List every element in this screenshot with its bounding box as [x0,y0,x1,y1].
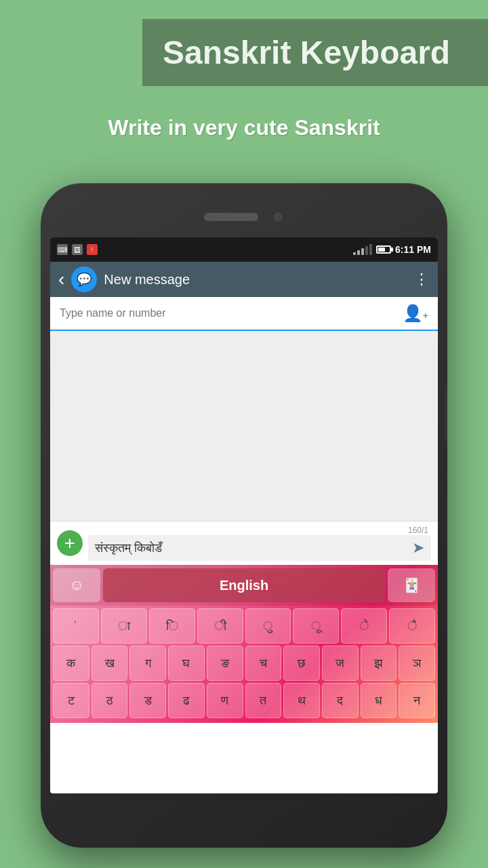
send-button[interactable]: ➤ [412,539,424,557]
title-banner: Sanskrit Keyboard [142,19,488,86]
key-e[interactable]: े [341,608,387,644]
app-icon: 💬 [71,267,97,292]
key-ga[interactable]: ग [129,646,166,681]
add-contact-icon[interactable]: 👤+ [403,304,428,323]
battery-fill [378,248,385,252]
key-nya[interactable]: ञ [399,646,435,681]
keyboard-row-2: क ख ग घ ङ च छ ज झ ञ [53,646,435,681]
key-na[interactable]: न [399,683,435,718]
status-indicators: 6:11 PM [353,244,431,255]
subtitle-text: Write in very cute Sanskrit [0,115,488,140]
camera-dot [272,211,284,223]
speaker-slot [204,213,258,221]
recipient-field: 👤+ [50,297,438,331]
keyboard-keys: ॑ ा ि ी ु ू े ै क ख ग घ [50,606,438,723]
char-count: 160/1 [88,526,431,535]
status-bar: ⌨ 🖼 ! 6:11 PM [50,237,438,262]
add-attachment-button[interactable]: + [57,530,83,556]
key-u[interactable]: ु [245,608,291,644]
image-notif-icon: 🖼 [72,244,83,255]
message-toolbar: + 160/1 संस्कृतम् किबोडँ ➤ [50,521,438,565]
key-dda[interactable]: ड [129,683,166,718]
emoji-icon: ☺ [69,576,84,594]
app-title: Sanskrit Keyboard [163,35,450,71]
keyboard-row-3: ट ठ ड ढ ण त थ द ध न [53,683,435,718]
key-ta[interactable]: त [245,683,282,718]
key-jha[interactable]: झ [361,646,397,681]
message-input-row: संस्कृतम् किबोडँ ➤ [88,535,431,561]
overflow-menu-button[interactable]: ⋮ [414,271,430,288]
battery-icon [376,245,391,254]
phone-top-bar [41,197,447,237]
key-ddha[interactable]: ढ [168,683,205,718]
key-ai[interactable]: ै [389,608,435,644]
screen-title: New message [104,272,407,288]
language-switch-button[interactable]: English [103,568,385,602]
key-ii[interactable]: ी [197,608,243,644]
keyboard-function-row: ☺ English 🃏 [50,565,438,606]
key-nga[interactable]: ङ [207,646,243,681]
status-time: 6:11 PM [395,244,431,255]
key-da[interactable]: द [322,683,359,718]
plus-icon: + [64,534,75,553]
key-tta[interactable]: ट [53,683,89,718]
key-nna[interactable]: ण [207,683,243,718]
language-label: English [220,578,268,593]
key-tha[interactable]: थ [283,683,320,718]
back-button[interactable]: ‹ [58,269,64,290]
special-key-button[interactable]: 🃏 [388,568,435,602]
keyboard-notif-icon: ⌨ [57,244,68,255]
key-ja[interactable]: ज [322,646,359,681]
keyboard-row-1: ॑ ा ि ी ु ू े ै [53,608,435,644]
key-i[interactable]: ि [149,608,195,644]
phone-screen: ⌨ 🖼 ! 6:11 PM [50,237,438,793]
message-icon: 💬 [77,272,92,287]
alert-notif-icon: ! [87,244,98,255]
signal-icon [353,244,372,255]
app-bar: ‹ 💬 New message ⋮ [50,262,438,297]
recipient-input[interactable] [60,307,403,319]
key-ca[interactable]: च [245,646,282,681]
message-compose-area[interactable] [50,331,438,521]
key-kha[interactable]: ख [92,646,128,681]
emoji-button[interactable]: ☺ [53,568,100,602]
key-ttha[interactable]: ठ [92,683,128,718]
key-uu[interactable]: ू [293,608,339,644]
key-aa[interactable]: ा [101,608,147,644]
background: Sanskrit Keyboard Write in very cute San… [0,0,488,868]
key-ka[interactable]: क [53,646,89,681]
sanskrit-keyboard: ☺ English 🃏 ॑ ा ि ी [50,565,438,723]
volume-button [445,387,447,441]
key-dha[interactable]: ध [361,683,397,718]
message-input-container: 160/1 संस्कृतम् किबोडँ ➤ [88,526,431,561]
key-cha[interactable]: छ [283,646,320,681]
special-icon: 🃏 [403,577,420,593]
status-notifications: ⌨ 🖼 ! [57,244,98,255]
phone-shell: ⌨ 🖼 ! 6:11 PM [41,183,447,848]
key-gha[interactable]: घ [168,646,205,681]
key-chandrabindu[interactable]: ॑ [53,608,99,644]
message-text[interactable]: संस्कृतम् किबोडँ [95,541,412,555]
